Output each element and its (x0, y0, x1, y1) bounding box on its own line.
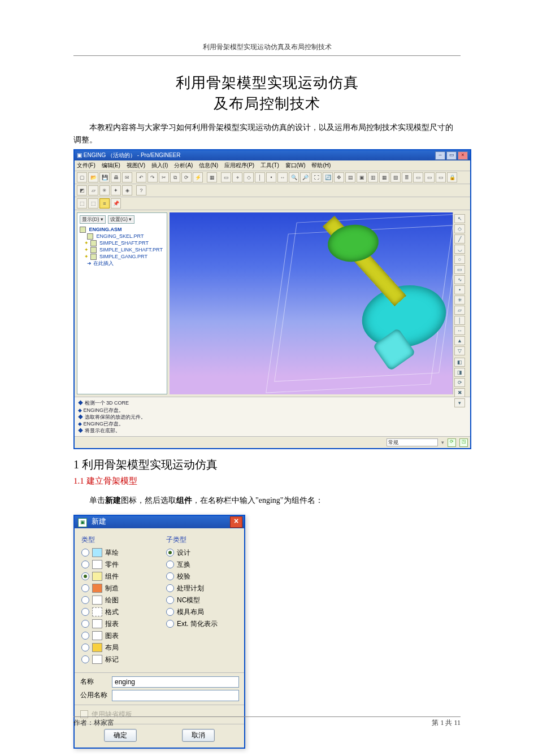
radio-icon[interactable] (166, 549, 174, 557)
type-option-layout[interactable]: 布局 (81, 642, 153, 654)
tb-sel1-icon[interactable]: ⬚ (77, 198, 87, 208)
menu-info[interactable]: 信息(N) (199, 162, 218, 168)
model-tree[interactable]: 显示(D) ▾ 设置(G) ▾ ENGING.ASM ENGING_SKEL.P… (77, 212, 167, 394)
tree-item[interactable]: ✦ SIMPLE_LINK_SHAFT.PRT (80, 246, 164, 253)
tree-display-dropdown[interactable]: 显示(D) ▾ (80, 215, 106, 223)
tree-insert-here[interactable]: ➜ 在此插入 (80, 260, 164, 267)
rt-circle-icon[interactable]: ○ (454, 255, 465, 264)
tb-nohidden-icon[interactable]: ▦ (379, 172, 389, 183)
close-icon[interactable]: × (458, 151, 468, 160)
status-regen-icon[interactable]: ⟳ (448, 438, 456, 447)
menu-insert[interactable]: 插入(I) (151, 162, 168, 168)
rt-spline-icon[interactable]: ∿ (454, 275, 465, 284)
radio-icon[interactable] (81, 596, 89, 604)
menu-view[interactable]: 视图(V) (127, 162, 145, 168)
radio-icon[interactable] (81, 632, 89, 640)
proe-3d-viewport[interactable] (170, 212, 454, 394)
tree-item[interactable]: ✦ SIMPLE_GANG.PRT (80, 253, 164, 260)
subtype-option-design[interactable]: 设计 (166, 547, 237, 559)
tb-savedview-icon[interactable]: ▤ (345, 172, 355, 183)
tb-hidden-icon[interactable]: ▥ (368, 172, 378, 183)
radio-icon[interactable] (81, 644, 89, 651)
tb-redo-icon[interactable]: ↷ (147, 172, 158, 183)
radio-icon[interactable] (166, 561, 174, 568)
subtype-option-interchange[interactable]: 互换 (166, 559, 237, 571)
type-option-drawing[interactable]: 绘图 (81, 594, 153, 606)
type-option-manufacturing[interactable]: 制造 (81, 583, 153, 594)
tb-measure-icon[interactable]: ↔ (277, 172, 288, 183)
tb-select-icon[interactable]: ▭ (221, 172, 231, 183)
tb-lock-icon[interactable]: 🔒 (447, 172, 457, 183)
menu-window[interactable]: 窗口(W) (285, 162, 306, 168)
tb-copygeom-icon[interactable]: ▦ (207, 172, 217, 183)
maximize-icon[interactable]: ▭ (446, 151, 457, 160)
radio-icon[interactable] (81, 655, 89, 663)
radio-icon[interactable] (81, 620, 89, 628)
tb-anchor-icon[interactable]: 📌 (111, 198, 121, 208)
tb-dtm-icon[interactable]: ◈ (122, 185, 132, 195)
tb-csys2-icon[interactable]: ◩ (77, 185, 87, 195)
type-option-markup[interactable]: 标记 (81, 654, 153, 666)
tb-mail-icon[interactable]: ✉ (122, 172, 132, 183)
tree-item[interactable]: ENGING_SKEL.PRT (80, 233, 164, 240)
rt-point-icon[interactable]: • (454, 285, 465, 294)
subtype-option-processplan[interactable]: 处理计划 (166, 583, 237, 594)
radio-icon[interactable] (166, 572, 174, 580)
radio-icon[interactable] (81, 584, 89, 592)
tb-plane2-icon[interactable]: ▱ (88, 185, 98, 195)
radio-icon[interactable] (166, 596, 174, 604)
tb-copy-icon[interactable]: ⧉ (170, 172, 180, 183)
rt-mirror-icon[interactable]: ▲ (454, 336, 465, 345)
tree-settings-dropdown[interactable]: 设置(G) ▾ (108, 215, 134, 223)
radio-icon[interactable] (81, 549, 89, 557)
menu-file[interactable]: 文件(F) (77, 162, 95, 168)
rt-regen-icon[interactable]: ⟳ (454, 378, 465, 387)
tb-sel2-icon[interactable]: ⬚ (88, 198, 98, 208)
tb-pt2-icon[interactable]: ✦ (111, 185, 121, 195)
rt-create-icon[interactable]: ◨ (454, 368, 465, 377)
radio-icon[interactable] (166, 608, 174, 616)
rt-dim-icon[interactable]: ↔ (454, 326, 465, 335)
radio-icon[interactable] (166, 620, 174, 628)
tb-bolt-icon[interactable]: ⚡ (193, 172, 203, 183)
type-option-format[interactable]: 格式 (81, 606, 153, 618)
tb-plane-icon[interactable]: ◇ (244, 172, 254, 183)
tb-print-icon[interactable]: 🖶 (111, 172, 121, 183)
tb-wire-icon[interactable]: ▣ (357, 172, 367, 183)
tb-csys-icon[interactable]: ⌖ (232, 172, 242, 183)
status-stop-icon[interactable]: ◳ (459, 438, 468, 447)
rt-arc-icon[interactable]: ◡ (454, 245, 465, 254)
radio-icon[interactable] (81, 561, 89, 568)
name-input[interactable] (112, 676, 239, 688)
rt-delete-icon[interactable]: ✖ (454, 388, 465, 397)
proe-menubar[interactable]: 文件(F) 编辑(E) 视图(V) 插入(I) 分析(A) 信息(N) 应用程序… (75, 160, 470, 171)
tb-point-icon[interactable]: • (266, 172, 276, 183)
tree-item[interactable]: ✦ SIMPLE_SHAFT.PRT (80, 240, 164, 246)
rt-axis-icon[interactable]: │ (454, 316, 465, 325)
menu-help[interactable]: 帮助(H) (311, 162, 331, 168)
cancel-button[interactable]: 取消 (182, 729, 215, 742)
tb-rotate-icon[interactable]: 🔄 (323, 172, 333, 183)
tb-view2-icon[interactable]: ▭ (424, 172, 435, 183)
rt-select-icon[interactable]: ↖ (454, 214, 465, 223)
tb-zoomin-icon[interactable]: 🔍 (289, 172, 299, 183)
tb-flag-icon[interactable]: ≡ (99, 198, 110, 208)
radio-icon[interactable] (166, 584, 174, 592)
rt-sketch-icon[interactable]: ◇ (454, 224, 465, 233)
rt-csys-icon[interactable]: ✳ (454, 296, 465, 305)
tb-shade-icon[interactable]: ▧ (390, 172, 401, 183)
menu-tools[interactable]: 工具(T) (261, 162, 279, 168)
rt-line-icon[interactable]: ╱ (454, 234, 465, 244)
tb-cut-icon[interactable]: ✂ (159, 172, 169, 183)
subtype-option-extsimp[interactable]: Ext. 简化表示 (166, 618, 237, 630)
tb-new-icon[interactable]: ▢ (77, 172, 87, 183)
rt-assemble-icon[interactable]: ◧ (454, 358, 465, 367)
common-name-input[interactable] (112, 690, 239, 701)
tb-pan-icon[interactable]: ✥ (334, 172, 344, 183)
dialog-close-button[interactable]: × (230, 516, 242, 528)
tb-fit-icon[interactable]: ⛶ (311, 172, 322, 183)
type-option-assembly[interactable]: 组件 (81, 571, 153, 583)
tb-view3-icon[interactable]: ▭ (436, 172, 446, 183)
tb-layer-icon[interactable]: ≣ (402, 172, 412, 183)
tb-axis2-icon[interactable]: ✳ (99, 185, 110, 195)
